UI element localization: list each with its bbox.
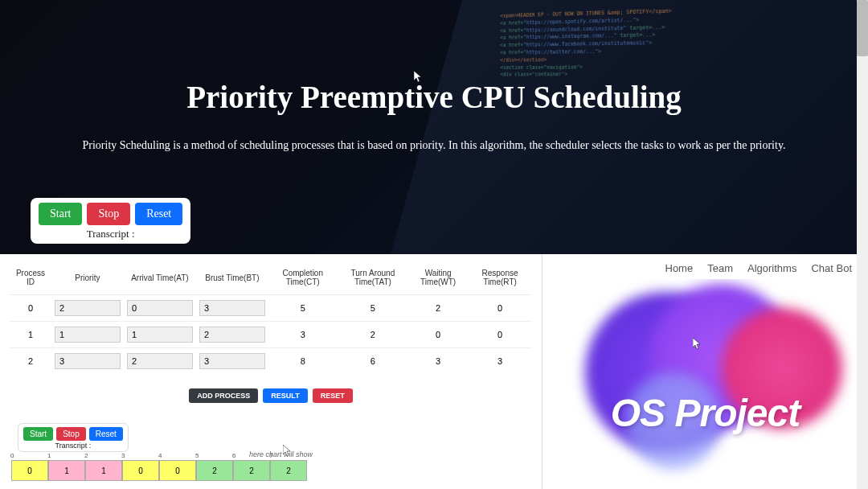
scheduling-panel: Process ID Priority Arrival Time(AT) Bru… <box>0 254 542 489</box>
burst-time-input[interactable] <box>199 353 265 369</box>
os-project-title: OS Project <box>611 391 800 435</box>
arrival-time-input[interactable] <box>127 327 193 343</box>
burst-time-input[interactable] <box>199 300 265 316</box>
arrival-time-input[interactable] <box>127 353 193 369</box>
gantt-tick: 6 <box>232 452 235 459</box>
gantt-tick: 3 <box>121 452 125 459</box>
table-row: 1 3 2 0 0 <box>10 322 532 348</box>
nav-algorithms[interactable]: Algorithms <box>747 262 796 274</box>
cell-pid: 0 <box>10 295 51 322</box>
mini-stop-button[interactable]: Stop <box>56 427 86 441</box>
scrollbar[interactable] <box>857 0 868 489</box>
cell-rt: 3 <box>468 348 532 375</box>
gantt-tick: 1 <box>47 452 51 459</box>
gantt-cell: 21 <box>85 460 122 481</box>
header-bt: Brust Time(BT) <box>196 261 268 295</box>
cell-tat: 5 <box>338 295 409 322</box>
reset-button[interactable]: Reset <box>135 203 182 225</box>
add-process-button[interactable]: ADD PROCESS <box>189 388 258 403</box>
cell-rt: 0 <box>468 322 532 348</box>
hero-graphic: OS Project <box>542 279 868 482</box>
cell-ct: 5 <box>268 295 338 322</box>
nav-menu: Home Team Algorithms Chat Bot <box>542 254 868 279</box>
gantt-cell: 72 <box>270 460 307 481</box>
nav-team[interactable]: Team <box>707 262 733 274</box>
gantt-cell: 40 <box>159 460 196 481</box>
gantt-cell: 52 <box>196 460 233 481</box>
result-button[interactable]: RESULT <box>263 388 307 403</box>
cell-pid: 1 <box>10 322 51 348</box>
scrollbar-thumb[interactable] <box>857 0 868 56</box>
cell-wt: 3 <box>408 348 468 375</box>
gantt-tick: 2 <box>84 452 88 459</box>
secondary-panel: Home Team Algorithms Chat Bot OS Project <box>542 254 868 489</box>
mini-start-button[interactable]: Start <box>23 427 53 441</box>
gantt-cell: 00 <box>11 460 48 481</box>
reset-table-button[interactable]: RESET <box>313 388 353 403</box>
cell-ct: 8 <box>268 348 338 375</box>
gantt-chart: 0011213040526272 <box>11 460 307 481</box>
page-title: Priority Preemptive CPU Scheduling <box>186 79 682 115</box>
arrival-time-input[interactable] <box>127 300 193 316</box>
priority-input[interactable] <box>55 353 121 369</box>
header-wt: Waiting Time(WT) <box>408 261 468 295</box>
header-priority: Priority <box>51 261 124 295</box>
nav-home[interactable]: Home <box>665 262 694 274</box>
cell-rt: 0 <box>468 295 532 322</box>
gantt-tick: 5 <box>195 452 199 459</box>
process-table: Process ID Priority Arrival Time(AT) Bru… <box>10 261 532 374</box>
control-panel-mini: Start Stop Reset Transcript : <box>18 423 129 452</box>
mini-transcript-label: Transcript : <box>23 442 123 450</box>
cell-tat: 2 <box>338 322 409 348</box>
table-row: 2 8 6 3 3 <box>10 348 532 375</box>
priority-input[interactable] <box>55 300 121 316</box>
start-button[interactable]: Start <box>39 203 82 225</box>
gantt-cell: 11 <box>48 460 85 481</box>
header-tat: Turn Around Time(TAT) <box>338 261 409 295</box>
gantt-cell: 30 <box>122 460 159 481</box>
control-panel-main: Start Stop Reset Transcript : <box>31 198 190 244</box>
gantt-cell: 62 <box>233 460 270 481</box>
cell-wt: 0 <box>408 322 468 348</box>
cell-tat: 6 <box>338 348 409 375</box>
stop-button[interactable]: Stop <box>87 203 130 225</box>
header-pid: Process ID <box>10 261 51 295</box>
chart-note: here chart will show <box>249 450 313 458</box>
priority-input[interactable] <box>55 327 121 343</box>
mini-reset-button[interactable]: Reset <box>89 427 123 441</box>
gantt-tick: 7 <box>269 452 272 459</box>
cell-wt: 2 <box>408 295 468 322</box>
cursor-icon <box>693 338 702 351</box>
gantt-tick: 0 <box>10 452 14 459</box>
header-ct: Completion Time(CT) <box>268 261 338 295</box>
nav-chatbot[interactable]: Chat Bot <box>811 262 852 274</box>
cursor-icon <box>283 445 293 458</box>
burst-time-input[interactable] <box>199 327 265 343</box>
page-subtitle: Priority Scheduling is a method of sched… <box>83 139 786 152</box>
cursor-icon <box>414 71 424 84</box>
transcript-label: Transcript : <box>39 228 182 240</box>
cell-ct: 3 <box>268 322 338 348</box>
gantt-tick: 4 <box>158 452 162 459</box>
cell-pid: 2 <box>10 348 51 375</box>
header-at: Arrival Time(AT) <box>124 261 196 295</box>
header-rt: Response Time(RT) <box>468 261 532 295</box>
table-row: 0 5 5 2 0 <box>10 295 532 322</box>
